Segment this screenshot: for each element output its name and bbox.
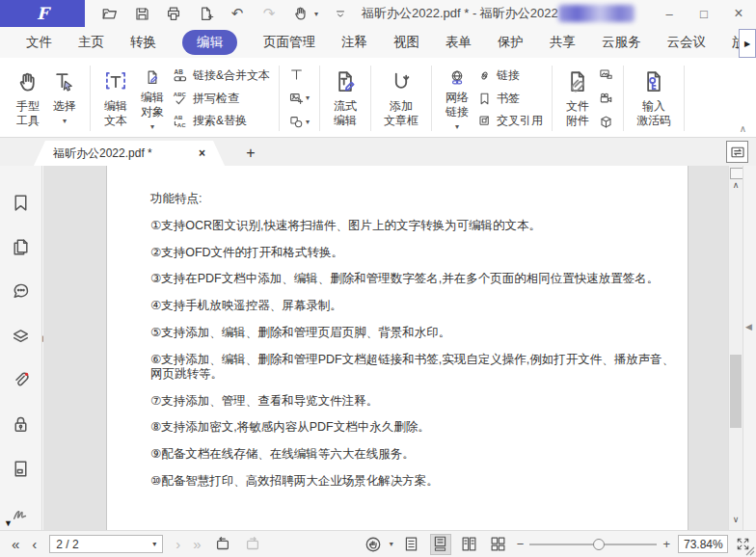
edit-text-icon (103, 69, 128, 94)
menu-share[interactable]: 共享 (550, 34, 576, 51)
activation-code-button[interactable]: 输入 激活码 (631, 64, 677, 133)
collapse-sidebar-icon[interactable]: « (12, 537, 19, 552)
document-viewer[interactable]: 功能特点: ①支持OCR图文识别,快速将扫描件、图片上的文字转换为可编辑的文本。… (43, 166, 729, 530)
menu-convert[interactable]: 转换 (130, 34, 156, 51)
edit-object-button[interactable]: 编辑 对象 ▾ (134, 64, 171, 133)
signature-icon (11, 503, 31, 523)
continuous-page-icon (432, 536, 448, 552)
hand-tool-caret-icon[interactable]: ▾ (314, 10, 318, 18)
close-button[interactable]: × (721, 0, 756, 27)
edit-text-label: 编辑 文本 (104, 99, 127, 128)
bookmarks-panel-button[interactable] (11, 193, 31, 213)
menu-form[interactable]: 表单 (446, 34, 472, 51)
image-annotation-button[interactable] (599, 67, 613, 82)
flow-edit-button[interactable]: 流式 编辑 (327, 64, 364, 133)
menu-page-management[interactable]: 页面管理 (263, 34, 315, 51)
link-button[interactable]: 链接 (477, 67, 543, 84)
comments-panel-button[interactable] (11, 281, 31, 302)
switch-view-button[interactable] (726, 141, 748, 163)
vertical-scrollbar[interactable]: ∧ ∨ (728, 166, 743, 530)
menu-cloud-service[interactable]: 云服务 (602, 34, 641, 51)
page-dropdown-caret-icon[interactable]: ▾ (152, 540, 156, 548)
scroll-up-icon[interactable]: ∧ (729, 180, 742, 190)
undo-icon[interactable]: ↶ (228, 4, 247, 23)
menu-cloud-meeting[interactable]: 云会议 (667, 34, 707, 51)
scrollbar-split-box[interactable] (730, 168, 743, 179)
edit-text-button[interactable]: 编辑 文本 (97, 64, 134, 133)
facing-continuous-view-button[interactable] (488, 534, 509, 555)
menu-home[interactable]: 主页 (78, 34, 104, 51)
next-page-icon[interactable]: › (176, 537, 180, 552)
destinations-panel-button[interactable] (11, 459, 31, 479)
menu-protect[interactable]: 保护 (498, 34, 524, 51)
cross-reference-button[interactable]: 交叉引用 (477, 113, 543, 129)
security-panel-button[interactable] (11, 414, 31, 435)
hand-mode-icon[interactable] (364, 536, 382, 553)
zoom-value-input[interactable]: 73.84% (678, 535, 728, 553)
search-replace-button[interactable]: ABAC 搜索&替换 (173, 113, 270, 129)
new-document-icon[interactable] (196, 4, 215, 23)
menu-comment[interactable]: 注释 (341, 34, 367, 51)
bookmark-button[interactable]: 书签 (477, 91, 543, 107)
3d-model-button[interactable] (599, 115, 613, 129)
active-document-tab[interactable]: 福昕办公2022.pdf * × (34, 141, 225, 166)
cross-reference-label: 交叉引用 (497, 113, 543, 129)
previous-view-icon[interactable] (214, 536, 231, 553)
zoom-slider-thumb[interactable] (593, 539, 605, 550)
audio-video-button[interactable] (599, 92, 613, 106)
page-number-input[interactable]: 2 / 2 ▾ (49, 535, 163, 553)
add-text-icon (289, 67, 304, 82)
ribbon-group-tools: 手型 工具 选择 ▾ (10, 64, 83, 133)
hand-mode-caret-icon[interactable]: ▾ (390, 542, 393, 547)
scroll-down-icon[interactable]: ∨ (729, 515, 742, 524)
add-text-button[interactable] (289, 67, 310, 82)
minimize-button[interactable]: – (652, 0, 687, 27)
link-merge-text-button[interactable]: AB 链接&合并文本 (173, 67, 270, 84)
menu-view[interactable]: 视图 (393, 34, 419, 51)
navigation-sidebar (0, 166, 42, 530)
right-panel-expand-icon[interactable]: ◀ (745, 322, 752, 332)
file-attachment-button[interactable]: 文件 附件 (559, 64, 596, 133)
new-tab-button[interactable]: + (239, 142, 262, 165)
zoom-slider[interactable] (529, 544, 657, 545)
add-image-button[interactable]: ▾ (289, 92, 310, 106)
continuous-view-button[interactable] (430, 534, 451, 555)
select-button[interactable]: 选择 ▾ (46, 64, 83, 133)
save-icon[interactable] (132, 4, 151, 23)
sidebar-more-icon[interactable]: ▼ (4, 518, 13, 528)
scrollbar-thumb[interactable] (730, 355, 742, 428)
attachments-panel-button[interactable] (11, 370, 31, 390)
add-shape-button[interactable]: ▾ (289, 115, 310, 129)
doc-line: ⑩配备智慧打印、高效招聘两大企业场景化解决方案。 (150, 474, 684, 489)
single-page-view-button[interactable] (401, 534, 422, 555)
hand-tool-quick-icon[interactable] (291, 4, 310, 23)
ribbon-collapse-icon[interactable]: ∧ (740, 123, 746, 134)
next-view-icon[interactable] (244, 536, 261, 553)
menu-scroll-right-button[interactable]: ▶ (739, 29, 756, 58)
pdf-page[interactable]: 功能特点: ①支持OCR图文识别,快速将扫描件、图片上的文字转换为可编辑的文本。… (106, 166, 688, 530)
last-page-icon[interactable]: » (193, 537, 201, 552)
web-link-button[interactable]: 网络 链接 ▾ (439, 64, 475, 133)
hand-tool-button[interactable]: 手型 工具 (10, 64, 46, 133)
print-icon[interactable] (164, 4, 183, 23)
zoom-in-icon[interactable]: + (662, 537, 670, 551)
open-file-icon[interactable] (100, 4, 120, 23)
layers-panel-button[interactable] (11, 326, 31, 346)
menu-edit-active[interactable]: 编辑 (182, 30, 237, 55)
redo-icon[interactable]: ↷ (259, 4, 279, 23)
customize-toolbar-icon[interactable] (331, 4, 350, 23)
menu-file[interactable]: 文件 (26, 34, 52, 51)
account-badge[interactable] (558, 5, 634, 22)
facing-view-button[interactable] (459, 534, 480, 555)
prev-page-icon[interactable]: ‹ (32, 537, 37, 552)
pages-panel-button[interactable] (11, 237, 31, 257)
tab-close-icon[interactable]: × (199, 146, 205, 160)
resize-grip[interactable] (743, 544, 755, 556)
spell-check-button[interactable]: ABC 拼写检查 (173, 91, 270, 107)
signature-panel-button[interactable] (11, 503, 31, 523)
web-link-icon (445, 69, 470, 86)
bookmarks-icon (11, 193, 31, 213)
zoom-out-icon[interactable]: − (517, 537, 525, 551)
maximize-button[interactable]: □ (687, 0, 721, 27)
add-article-box-button[interactable]: 添加 文章框 (378, 64, 424, 133)
